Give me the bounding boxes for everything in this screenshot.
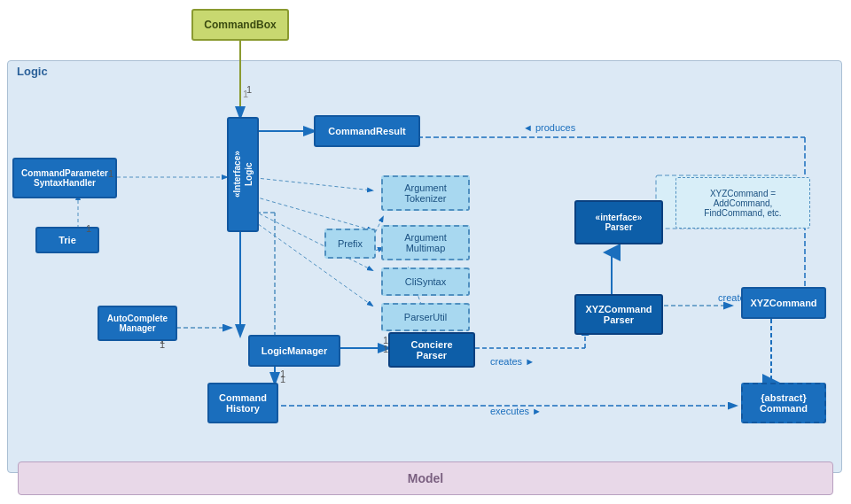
argument-tokenizer-label: Argument Tokenizer	[404, 182, 447, 204]
label-1c: 1	[86, 223, 91, 234]
command-result-label: CommandResult	[328, 126, 405, 136]
argument-multimap-node: Argument Multimap	[381, 225, 470, 260]
label-1b: 1	[108, 168, 113, 179]
command-box-label: CommandBox	[204, 19, 276, 31]
command-result-node: CommandResult	[314, 115, 420, 147]
logic-manager-label: LogicManager	[262, 345, 328, 356]
cli-syntax-node: CliSyntax	[381, 268, 470, 296]
abstract-command-node: {abstract} Command	[741, 383, 826, 423]
xyz-command-note-box: XYZCommand = AddCommand, FindCommand, et…	[675, 177, 810, 229]
xyz-command-note-label: XYZCommand = AddCommand, FindCommand, et…	[704, 189, 781, 218]
interface-parser-node: «interface»Parser	[574, 200, 663, 244]
concierge-parser-label: Conciere Parser	[410, 339, 452, 361]
logic-box: Logic	[7, 60, 842, 473]
command-box-node: CommandBox	[191, 9, 289, 41]
xyz-command-label: XYZCommand	[750, 298, 816, 308]
command-history-node: Command History	[207, 383, 278, 423]
label-1f: 1	[383, 344, 388, 354]
prefix-label: Prefix	[338, 238, 363, 249]
command-history-label: Command History	[219, 392, 267, 414]
command-param-node: CommandParameter SyntaxHandler	[12, 158, 117, 198]
interface-logic-label: «Interface»Logic	[231, 151, 254, 198]
abstract-command-label: {abstract} Command	[760, 392, 808, 414]
xyz-command-node: XYZCommand	[741, 287, 826, 319]
trie-label: Trie	[59, 235, 76, 245]
label-1e: 1	[280, 374, 285, 384]
parser-util-label: ParserUtil	[404, 312, 447, 322]
interface-logic-node: «Interface»Logic	[227, 117, 259, 232]
logic-manager-node: LogicManager	[248, 335, 340, 367]
command-param-label: CommandParameter SyntaxHandler	[21, 168, 108, 188]
argument-tokenizer-node: Argument Tokenizer	[381, 175, 470, 211]
cli-syntax-label: CliSyntax	[405, 276, 446, 287]
auto-complete-manager-node: AutoComplete Manager	[98, 306, 177, 341]
xyz-command-parser-node: XYZCommand Parser	[574, 294, 663, 335]
xyz-command-parser-label: XYZCommand Parser	[585, 304, 652, 325]
logic-label: Logic	[17, 65, 48, 78]
prefix-node: Prefix	[324, 229, 376, 259]
argument-multimap-label: Argument Multimap	[404, 232, 447, 253]
label-1a: 1	[243, 89, 248, 99]
label-1d: 1	[160, 339, 165, 350]
interface-parser-label: «interface»Parser	[596, 213, 643, 232]
parser-util-node: ParserUtil	[381, 303, 470, 331]
model-label: Model	[408, 471, 443, 485]
auto-complete-manager-label: AutoComplete Manager	[107, 314, 168, 333]
diagram-container: Logic	[0, 0, 851, 504]
concierge-parser-node: Conciere Parser	[388, 332, 475, 368]
model-box: Model	[18, 461, 833, 495]
